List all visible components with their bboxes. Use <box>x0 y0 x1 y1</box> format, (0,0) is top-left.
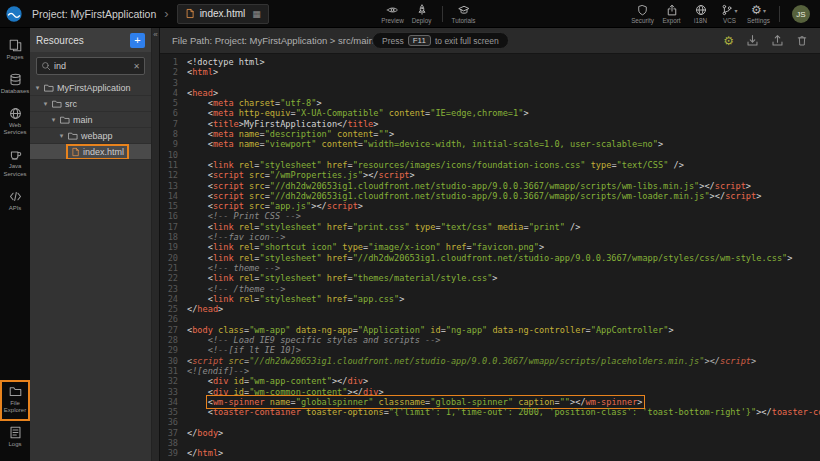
rail-item-apis[interactable]: APIs <box>0 185 30 219</box>
tree-item-project-folder[interactable]: ▾ MyFirstApplication <box>30 80 151 96</box>
tree-item-webapp-folder[interactable]: ▾ webapp <box>30 128 151 144</box>
line-number: 26 <box>160 314 178 324</box>
code-line[interactable]: 14 <script src="//dh2dw20653ig1.cloudfro… <box>160 191 820 201</box>
download-icon[interactable] <box>746 34 759 47</box>
rail-item-pages[interactable]: Pages <box>0 34 30 68</box>
line-number: 11 <box>160 160 178 170</box>
vcs-button[interactable]: ▾ VCS <box>715 0 744 28</box>
code-line[interactable]: 19 <link rel="shortcut icon" type="image… <box>160 242 820 252</box>
code-line[interactable]: 26 <box>160 314 820 324</box>
i18n-label: i18N <box>694 17 707 24</box>
code-text: <meta charset="utf-8"> <box>187 98 322 108</box>
settings-button[interactable]: ⚙▾ Settings <box>744 0 773 28</box>
tutorials-button[interactable]: Tutorials <box>449 0 478 28</box>
add-resource-button[interactable]: + <box>130 33 145 48</box>
code-line[interactable]: 10 <box>160 150 820 160</box>
trash-icon[interactable] <box>796 34 808 47</box>
settings-label: Settings <box>747 17 770 24</box>
code-line[interactable]: 29 <!--[if lt IE 10]> <box>160 345 820 355</box>
user-avatar[interactable]: JS <box>792 5 810 23</box>
i18n-button[interactable]: i18N <box>686 0 715 28</box>
code-text: <link rel="stylesheet" href="app.css"> <box>187 294 404 304</box>
topbar-separator <box>442 6 443 22</box>
code-line[interactable]: 2<html> <box>160 67 820 77</box>
topbar-right: Security Export i18N ▾ VCS ⚙▾ Settings J… <box>628 0 816 28</box>
code-line[interactable]: 30<script src="//dh2dw20653ig1.cloudfron… <box>160 356 820 366</box>
chevron-down-icon[interactable]: ▾ <box>42 100 49 108</box>
code-text: <meta http-equiv="X-UA-Compatible" conte… <box>187 108 529 118</box>
code-line[interactable]: 12 <script src="/wmProperties.js"></scri… <box>160 170 820 180</box>
code-line[interactable]: 35 <toaster-container toaster-options="{… <box>160 407 820 417</box>
rail-label: Pages <box>6 54 23 62</box>
code-line[interactable]: 13 <script src="//dh2dw20653ig1.cloudfro… <box>160 181 820 191</box>
code-text: <!--fav icon--> <box>187 232 285 242</box>
code-line[interactable]: 5 <meta charset="utf-8"> <box>160 98 820 108</box>
code-line[interactable]: 33 <div id="wm-common-content"></div> <box>160 387 820 397</box>
code-line[interactable]: 22 <link rel="stylesheet" href="themes/m… <box>160 273 820 283</box>
code-line[interactable]: 7 <title>MyFirstApplication</title> <box>160 119 820 129</box>
code-line[interactable]: 18 <!--fav icon--> <box>160 232 820 242</box>
code-text <box>187 438 192 448</box>
wavemaker-logo[interactable] <box>0 5 28 23</box>
code-text: </head> <box>187 304 223 314</box>
code-line[interactable]: 34 <wm-spinner name="globalspinner" clas… <box>160 397 820 407</box>
rail-item-file-explorer[interactable]: File Explorer <box>0 380 30 422</box>
tree-item-index-html[interactable]: index.html <box>30 144 151 160</box>
code-text: <script src="//dh2dw20653ig1.cloudfront.… <box>187 356 756 366</box>
export-label: Export <box>662 17 680 24</box>
code-line[interactable]: 11 <link rel="stylesheet" href="resource… <box>160 160 820 170</box>
code-line[interactable]: 37</body> <box>160 428 820 438</box>
code-text: <wm-spinner name="globalspinner" classna… <box>187 397 643 407</box>
code-line[interactable]: 28 <!-- Load IE9 specific styles and scr… <box>160 335 820 345</box>
code-line[interactable]: 36 <box>160 417 820 427</box>
code-line[interactable]: 23 <!-- /theme --> <box>160 284 820 294</box>
rail-item-databases[interactable]: Databases <box>0 68 30 102</box>
rail-item-web-services[interactable]: Web Services <box>0 102 30 144</box>
code-line[interactable]: 31<![endif]--> <box>160 366 820 376</box>
gear-icon[interactable]: ⚙ <box>723 35 734 47</box>
file-tab[interactable]: index.html ▦ <box>177 4 269 24</box>
chevron-down-icon[interactable]: ▾ <box>58 132 65 140</box>
line-number: 39 <box>160 448 178 458</box>
code-line[interactable]: 27<body class="wm-app" data-ng-app="Appl… <box>160 325 820 335</box>
code-line[interactable]: 24 <link rel="stylesheet" href="app.css"… <box>160 294 820 304</box>
code-line[interactable]: 25</head> <box>160 304 820 314</box>
code-line[interactable]: 3 <box>160 78 820 88</box>
grid-icon[interactable]: ▦ <box>252 9 261 19</box>
panel-collapse-handle[interactable]: « <box>152 28 160 461</box>
clear-search-icon[interactable]: ✕ <box>133 62 140 71</box>
code-line[interactable]: 20 <link rel="stylesheet" href="//dh2dw2… <box>160 253 820 263</box>
code-line[interactable]: 15 <script src="app.js"></script> <box>160 201 820 211</box>
chevron-down-icon[interactable]: ▾ <box>50 116 57 124</box>
code-text: <meta name="description" content=""> <box>187 129 394 139</box>
deploy-button[interactable]: Deploy <box>407 0 436 28</box>
upload-icon[interactable] <box>771 34 784 47</box>
code-line[interactable]: 9 <meta name="viewport" content="width=d… <box>160 139 820 149</box>
caret-down-icon: ▾ <box>763 7 766 14</box>
code-line[interactable]: 32 <div id="wm-app-content"></div> <box>160 376 820 386</box>
chevron-down-icon[interactable]: ▾ <box>34 84 41 92</box>
code-line[interactable]: 1<!doctype html> <box>160 57 820 67</box>
rail-item-logs[interactable]: Logs <box>0 421 30 455</box>
tree-item-src-folder[interactable]: ▾ src <box>30 96 151 112</box>
code-line[interactable]: 4<head> <box>160 88 820 98</box>
security-button[interactable]: Security <box>628 0 657 28</box>
code-line[interactable]: 8 <meta name="description" content=""> <box>160 129 820 139</box>
code-line[interactable]: 38 <box>160 438 820 448</box>
code-line[interactable]: 6 <meta http-equiv="X-UA-Compatible" con… <box>160 108 820 118</box>
code-line[interactable]: 21 <!-- theme --> <box>160 263 820 273</box>
line-number: 28 <box>160 335 178 345</box>
code-line[interactable]: 17 <link rel="stylesheet" href="print.cs… <box>160 222 820 232</box>
line-number: 7 <box>160 119 178 129</box>
export-button[interactable]: Export <box>657 0 686 28</box>
preview-button[interactable]: Preview <box>378 0 407 28</box>
tree-item-main-folder[interactable]: ▾ main <box>30 112 151 128</box>
code-line[interactable]: 39</html> <box>160 448 820 458</box>
line-number: 8 <box>160 129 178 139</box>
graduation-cap-icon <box>457 4 471 16</box>
rail-item-java-services[interactable]: Java Services <box>0 143 30 185</box>
code-editor[interactable]: 1<!doctype html>2<html>3 4<head>5 <meta … <box>160 54 820 461</box>
code-line[interactable]: 16 <!-- Print CSS --> <box>160 211 820 221</box>
globe-icon <box>9 107 22 120</box>
search-input[interactable] <box>54 61 130 71</box>
